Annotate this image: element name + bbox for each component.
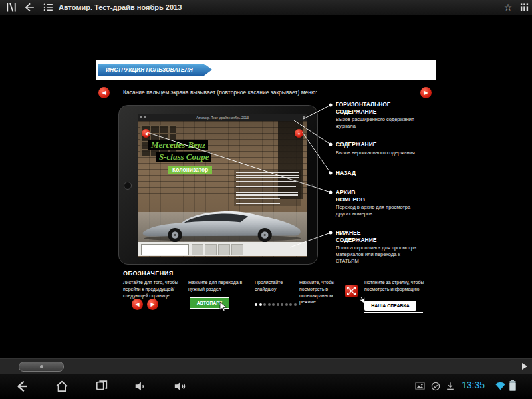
- headline-line3: Колонизатор: [168, 166, 212, 174]
- thumbnail: [205, 244, 217, 255]
- callout-title: ГОРИЗОНТАЛЬНОЕ СОДЕРЖАНИЕ: [336, 101, 419, 115]
- app-logo-icon[interactable]: [3, 0, 20, 15]
- page-header-band: ИНСТРУКЦИЯ ПОЛЬЗОВАТЕЛЯ: [96, 60, 436, 80]
- spravka-underline: [364, 312, 423, 313]
- slideshow-dot: [259, 303, 262, 306]
- close-icon: ×: [298, 132, 301, 136]
- tablet-camera-dot: [311, 184, 313, 186]
- legend-item-slideshow: Пролистайте слайдшоу: [255, 279, 301, 293]
- cursor-hand-icon: [219, 302, 227, 315]
- right-arrow-icon: ▶: [150, 301, 154, 307]
- next-page-button[interactable]: ▶: [420, 87, 432, 98]
- slideshow-dot: [289, 303, 292, 306]
- callout-lower-contents: НИЖНЕЕ СОДЕРЖАНИЕ Полоса скроллинга для …: [336, 229, 424, 265]
- callout-archive: АРХИВ НОМЕРОВ Переход в архив для просмо…: [336, 189, 422, 217]
- caption-text: Касание пальцем экрана вызывает (повторн…: [123, 89, 317, 96]
- left-arrow-icon: ◀: [144, 131, 148, 136]
- legend-item-info: Потяните за стрелку, чтобы посмотреть ин…: [364, 279, 426, 293]
- callout-horizontal-contents: ГОРИЗОНТАЛЬНОЕ СОДЕРЖАНИЕ Вызов расширен…: [336, 101, 419, 130]
- legend-item-fullscreen: Нажмите, чтобы посмотреть в полноэкранно…: [299, 279, 342, 305]
- callout-desc: Полоса скроллинга для просмотра материал…: [336, 245, 424, 264]
- slideshow-dot: [268, 303, 271, 306]
- car-image: [139, 194, 306, 245]
- callout-title: НАЗАД: [336, 170, 402, 177]
- tablet-titlebar-text: Автомир. Тест-драйв ноябрь 2013: [196, 116, 249, 120]
- tablet-home-button: [124, 182, 132, 190]
- download-status-icon: [446, 382, 455, 391]
- pages-overview-icon[interactable]: [517, 0, 531, 15]
- callout-title: АРХИВ НОМЕРОВ: [336, 189, 377, 203]
- app-screen: Автомир. Тест-драйв ноябрь 2013 ☆ ИНСТРУ…: [0, 0, 532, 399]
- slideshow-dot: [263, 303, 266, 306]
- tablet-pages-icon: [303, 116, 305, 118]
- legend-header: ОБОЗНАЧЕНИЯ: [123, 270, 174, 277]
- bottom-scroll-strip: [138, 242, 307, 256]
- left-arrow-icon: ◀: [102, 90, 106, 96]
- headline-line2: S-class Coupe: [156, 152, 211, 162]
- legend-item-pages: Листайте для того, чтобы перейти к преды…: [123, 279, 190, 299]
- nasha-spravka-tab-sample: НАША СПРАВКА: [364, 301, 416, 311]
- slideshow-dot: [255, 303, 257, 306]
- top-action-bar: Автомир. Тест-драйв ноябрь 2013 ☆: [0, 0, 532, 15]
- fullscreen-expand-icon: [345, 285, 358, 297]
- contents-list-icon[interactable]: [40, 0, 56, 15]
- volume-down-button[interactable]: [130, 378, 150, 394]
- nav-back-button[interactable]: [12, 378, 32, 394]
- legend-divider: [123, 267, 413, 267]
- callout-desc: Вызов вертикального содержания: [336, 150, 429, 156]
- callout-back: НАЗАД: [336, 170, 402, 177]
- bookmark-star-icon[interactable]: ☆: [500, 0, 516, 15]
- thumbnail: [192, 244, 203, 255]
- magazine-page: ◀ × Mercedes-Benz S-class Coupe Колониза…: [138, 121, 307, 257]
- article-headline: Mercedes-Benz S-class Coupe Колонизатор: [148, 138, 212, 174]
- scroll-right-arrow[interactable]: [522, 363, 527, 370]
- headline-line1: Mercedes-Benz: [148, 140, 208, 150]
- page-scrollbar[interactable]: [0, 358, 532, 374]
- slideshow-dot: [277, 303, 279, 306]
- clock: 13:35: [462, 380, 485, 390]
- page-back-button-left: ◀: [142, 129, 150, 138]
- legend-prev-arrow: ◀: [132, 299, 143, 310]
- legend-next-arrow: ▶: [147, 299, 158, 310]
- slideshow-dot: [281, 303, 283, 306]
- thumbnail: [141, 244, 189, 255]
- legend-item-section: Нажмите для перехода в нужный раздел: [188, 279, 243, 293]
- right-arrow-icon: ▶: [424, 90, 428, 96]
- wifi-icon: [495, 381, 506, 390]
- window-title: Автомир. Тест-драйв ноябрь 2013: [59, 0, 182, 15]
- callout-contents: СОДЕРЖАНИЕ Вызов вертикального содержани…: [336, 141, 429, 156]
- tablet-titlebar: Автомир. Тест-драйв ноябрь 2013: [138, 114, 307, 121]
- check-status-icon: [431, 382, 440, 391]
- battery-icon: [509, 380, 516, 391]
- system-navbar: 13:35: [0, 374, 532, 399]
- slideshow-dot: [272, 303, 275, 306]
- nav-home-button[interactable]: [52, 378, 72, 394]
- slideshow-dot: [294, 303, 297, 306]
- tablet-back-icon: [144, 116, 146, 118]
- back-icon[interactable]: [21, 0, 37, 15]
- gallery-status-icon: [415, 382, 425, 390]
- instruction-ribbon: ИНСТРУКЦИЯ ПОЛЬЗОВАТЕЛЯ: [98, 64, 212, 76]
- tablet-menu-icon: [140, 116, 142, 118]
- prev-page-button[interactable]: ◀: [98, 87, 110, 98]
- tablet-screen: Автомир. Тест-драйв ноябрь 2013 ◀ × Merc…: [138, 114, 307, 257]
- slideshow-dots: [255, 303, 297, 306]
- nav-recents-button[interactable]: [92, 378, 112, 394]
- callout-title: СОДЕРЖАНИЕ: [336, 141, 429, 148]
- slideshow-dot: [285, 303, 288, 306]
- scrollbar-thumb[interactable]: [19, 362, 64, 372]
- page-close-button-right: ×: [295, 129, 303, 138]
- left-arrow-icon: ◀: [135, 301, 139, 307]
- thumbnail: [218, 244, 230, 255]
- tablet-illustration: Автомир. Тест-драйв ноябрь 2013 ◀ × Merc…: [118, 105, 318, 265]
- callout-desc: Переход в архив для просмотра других ном…: [336, 204, 422, 217]
- thumbnail: [231, 244, 243, 255]
- callout-title: НИЖНЕЕ СОДЕРЖАНИЕ: [336, 229, 388, 243]
- callout-desc: Вызов расширенного содержания журнала: [336, 116, 419, 130]
- volume-up-button[interactable]: [170, 378, 190, 394]
